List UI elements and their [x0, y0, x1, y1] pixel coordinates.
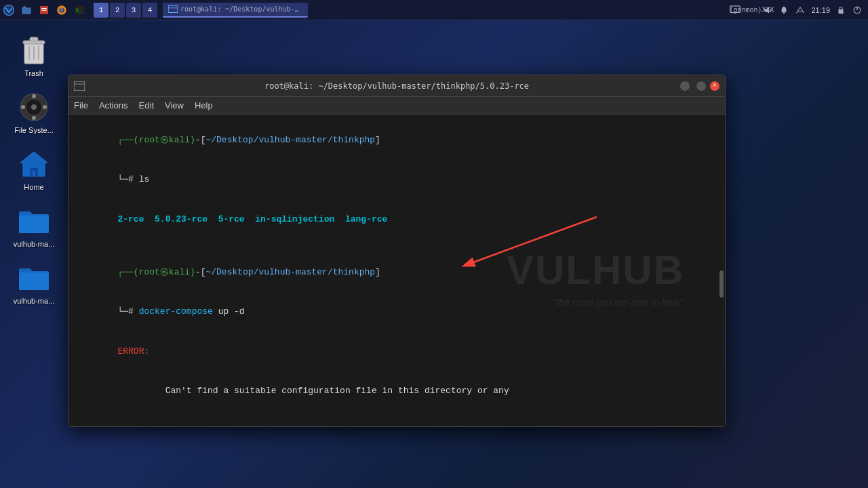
- taskbar-left: $_ 1 2 3 4 root@kali: ~/Desktop/vulhub-m…: [0, 3, 308, 18]
- terminal-close-btn[interactable]: ✕: [710, 81, 719, 91]
- svg-point-30: [32, 116, 36, 120]
- svg-rect-35: [33, 171, 35, 176]
- terminal-line-3b: └─# docker-compose up -d: [75, 292, 718, 332]
- svg-rect-22: [30, 37, 38, 41]
- terminal-body[interactable]: VULHUB "the more you are able to hear" ┌…: [68, 115, 725, 426]
- taskbar-app-files[interactable]: [19, 3, 34, 18]
- menu-edit[interactable]: Edit: [139, 100, 154, 110]
- power-icon[interactable]: [852, 5, 863, 16]
- desktop-icon-filesystem[interactable]: File Syste...: [14, 91, 53, 134]
- svg-rect-1: [22, 7, 31, 14]
- svg-rect-4: [41, 10, 47, 11]
- taskbar-app-archive[interactable]: [37, 3, 52, 18]
- terminal-frame-icon: [74, 81, 85, 91]
- terminal-error-2: Can't find a suitable configuration file…: [75, 371, 718, 411]
- trash-label: Trash: [24, 69, 43, 77]
- lock-icon[interactable]: [835, 5, 846, 16]
- terminal-line-2: 2-rce 5.0.23-rce 5-rce in-sqlinjection l…: [75, 199, 718, 239]
- vulhub1-label: vulhub-ma...: [14, 240, 55, 248]
- desktop: $_ 1 2 3 4 root@kali: ~/Desktop/vulhub-m…: [0, 0, 868, 488]
- svg-point-0: [4, 5, 14, 15]
- scrollbar[interactable]: [719, 270, 724, 298]
- trash-icon: [18, 34, 50, 66]
- terminal-titlebar: root@kali: ~/Desktop/vulhub-master/think…: [68, 75, 725, 97]
- folder-blue-icon: [18, 205, 50, 237]
- menu-file[interactable]: File: [74, 100, 88, 110]
- filesystem-icon: [18, 91, 50, 123]
- bell-icon[interactable]: [778, 5, 789, 16]
- terminal-blank-1: [75, 239, 718, 253]
- terminal-error-3: parent. Are you in the right directory?: [75, 411, 718, 426]
- workspace-4[interactable]: 4: [142, 3, 157, 18]
- taskbar-app-kali[interactable]: [1, 3, 16, 18]
- genmon-label: (genmon)XXX: [746, 5, 757, 16]
- terminal-line-1: ┌──(root㉿kali)-[~/Desktop/vulhub-master/…: [75, 120, 718, 160]
- taskbar-window-button[interactable]: root@kali: ~/Desktop/vulhub-master/think…: [163, 3, 308, 18]
- terminal-error-line: ERROR:: [75, 331, 718, 371]
- menu-view[interactable]: View: [165, 100, 184, 110]
- workspace-3[interactable]: 3: [126, 3, 141, 18]
- desktop-icon-vulhub2[interactable]: vulhub-ma...: [14, 262, 55, 305]
- svg-text:$_: $_: [76, 7, 82, 13]
- terminal-window: root@kali: ~/Desktop/vulhub-master/think…: [68, 75, 726, 427]
- taskbar-app-terminal[interactable]: $_: [72, 3, 87, 18]
- workspace-2[interactable]: 2: [110, 3, 125, 18]
- svg-rect-36: [74, 81, 85, 91]
- svg-rect-9: [168, 5, 178, 13]
- terminal-line-1b: └─# ls: [75, 160, 718, 200]
- home-label: Home: [24, 183, 43, 191]
- svg-rect-3: [41, 8, 47, 9]
- terminal-maximize-btn[interactable]: [696, 81, 706, 91]
- svg-rect-15: [783, 12, 785, 13]
- workspace-1[interactable]: 1: [94, 3, 108, 18]
- desktop-icon-trash[interactable]: Trash: [18, 34, 50, 77]
- speaker-icon[interactable]: [762, 5, 773, 16]
- taskbar: $_ 1 2 3 4 root@kali: ~/Desktop/vulhub-m…: [0, 0, 868, 20]
- svg-marker-14: [765, 7, 769, 14]
- terminal-line-3: ┌──(root㉿kali)-[~/Desktop/vulhub-master/…: [75, 252, 718, 292]
- terminal-title: root@kali: ~/Desktop/vulhub-master/think…: [264, 81, 529, 91]
- window-button-label: root@kali: ~/Desktop/vulhub-master/think…: [180, 5, 302, 13]
- workspace-buttons: 1 2 3 4: [94, 3, 157, 18]
- terminal-minimize-btn[interactable]: [680, 81, 690, 91]
- terminal-menubar: File Actions Edit View Help: [68, 97, 725, 115]
- home-icon: [18, 148, 50, 180]
- svg-point-29: [32, 94, 36, 98]
- svg-point-32: [43, 105, 47, 109]
- svg-point-28: [31, 104, 37, 110]
- time-display: 21:19: [811, 6, 830, 14]
- desktop-icons: Trash File Syste...: [0, 27, 68, 305]
- network-icon[interactable]: [795, 5, 806, 16]
- menu-help[interactable]: Help: [195, 100, 213, 110]
- filesystem-label: File Syste...: [14, 126, 53, 134]
- menu-actions[interactable]: Actions: [99, 100, 128, 110]
- desktop-icon-vulhub1[interactable]: vulhub-ma...: [14, 205, 55, 248]
- taskbar-app-firefox[interactable]: [54, 3, 69, 18]
- vulhub2-label: vulhub-ma...: [14, 297, 55, 305]
- folder-blue2-icon: [18, 262, 50, 294]
- svg-point-31: [21, 105, 25, 109]
- svg-rect-17: [838, 9, 843, 14]
- taskbar-right: (genmon)XXX 21:19: [730, 5, 868, 16]
- desktop-icon-home[interactable]: Home: [18, 148, 50, 191]
